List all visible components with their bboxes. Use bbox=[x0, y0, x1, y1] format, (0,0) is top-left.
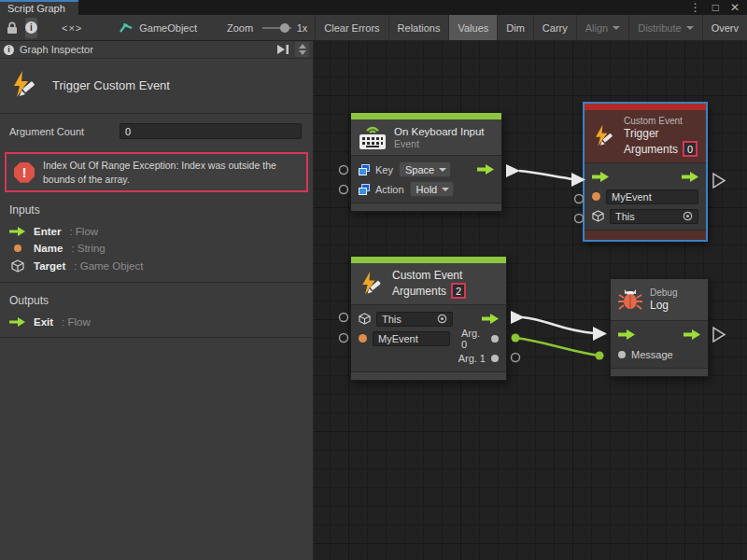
node-custom-event[interactable]: Custom Event Arguments 2 This bbox=[350, 256, 507, 381]
overview-button[interactable]: Overv bbox=[702, 15, 747, 40]
node-on-keyboard-input[interactable]: On Keyboard Input Event Key Space Acti bbox=[350, 112, 502, 212]
object-picker-icon[interactable] bbox=[437, 314, 447, 324]
tab-bar: Script Graph ⋮ □ ✕ bbox=[0, 0, 747, 15]
node-title: On Keyboard Input bbox=[394, 126, 485, 137]
custom-event-icon bbox=[592, 124, 616, 148]
input-port[interactable] bbox=[340, 314, 348, 322]
node-body: Message bbox=[611, 321, 708, 368]
arg1-output-port[interactable] bbox=[512, 354, 520, 362]
arg0-port[interactable] bbox=[491, 335, 499, 343]
distribute-button[interactable]: Distribute bbox=[628, 15, 701, 40]
port-type: : String bbox=[71, 243, 105, 254]
wire-dest-arrow bbox=[593, 327, 607, 341]
value-wire-dest-dot bbox=[596, 352, 604, 360]
input-name-row: Name : String bbox=[0, 240, 313, 257]
name-row: MyEvent Arg. 0 bbox=[351, 329, 506, 348]
key-value: Space bbox=[405, 164, 434, 175]
zoom-slider[interactable] bbox=[262, 21, 291, 35]
zoom-slider-knob[interactable] bbox=[280, 23, 289, 33]
values-button[interactable]: Values bbox=[448, 15, 497, 40]
input-port[interactable] bbox=[340, 334, 348, 343]
arguments-value-badge[interactable]: 0 bbox=[683, 141, 698, 157]
object-picker-icon[interactable] bbox=[683, 211, 693, 221]
dim-button[interactable]: Dim bbox=[497, 15, 533, 40]
clear-errors-button[interactable]: Clear Errors bbox=[315, 15, 388, 40]
align-button[interactable]: Align bbox=[576, 15, 628, 40]
arguments-label: Arguments bbox=[392, 285, 446, 298]
spinner-up-icon[interactable] bbox=[299, 40, 306, 49]
align-caret-icon bbox=[613, 26, 620, 34]
input-port[interactable] bbox=[340, 166, 348, 175]
node-title: Trigger bbox=[624, 127, 698, 140]
gameobject-reference[interactable]: GameObject bbox=[120, 22, 197, 34]
node-category: Debug bbox=[650, 287, 677, 298]
flow-in-port[interactable] bbox=[618, 329, 635, 340]
node-title: Log bbox=[650, 299, 677, 312]
arg1-port[interactable] bbox=[491, 355, 499, 362]
value-wire-source-dot bbox=[512, 334, 520, 343]
wire-source-arrow bbox=[506, 164, 520, 177]
error-banner: Index Out Of Range Exception: Index was … bbox=[5, 152, 308, 192]
spinner-down-icon[interactable] bbox=[299, 50, 306, 59]
wire-source-arrow bbox=[511, 311, 525, 324]
spinner-control[interactable] bbox=[295, 42, 309, 57]
event-name-field[interactable]: MyEvent bbox=[606, 189, 698, 204]
carry-button[interactable]: Carry bbox=[533, 15, 576, 40]
outputs-heading: Outputs bbox=[0, 283, 313, 314]
target-field[interactable]: This bbox=[610, 209, 698, 224]
close-icon[interactable]: ✕ bbox=[730, 1, 740, 14]
node-debug-log[interactable]: Debug Log Message bbox=[610, 278, 709, 377]
node-color-bar bbox=[351, 113, 501, 119]
node-title: Custom Event bbox=[392, 269, 466, 282]
argument-count-input[interactable] bbox=[120, 123, 302, 139]
tab-script-graph[interactable]: Script Graph bbox=[0, 0, 78, 15]
flow-out-port[interactable] bbox=[684, 329, 700, 340]
flow-out-port[interactable] bbox=[482, 314, 499, 324]
kebab-menu-icon[interactable]: ⋮ bbox=[690, 1, 701, 14]
code-icon[interactable]: <×> bbox=[62, 22, 82, 34]
zoom-label: Zoom bbox=[227, 22, 253, 34]
inspector-title-row: Trigger Custom Event bbox=[0, 59, 313, 113]
maximize-icon[interactable]: □ bbox=[712, 1, 719, 14]
flow-out-port[interactable] bbox=[682, 172, 698, 182]
argument-count-row: Argument Count bbox=[0, 114, 313, 147]
input-port[interactable] bbox=[340, 186, 348, 194]
name-row: MyEvent bbox=[585, 187, 706, 206]
main-split: Graph Inspector Trigger Custom Event Arg… bbox=[0, 41, 747, 560]
arg1-label: Arg. 1 bbox=[458, 353, 486, 364]
graph-canvas[interactable]: On Keyboard Input Event Key Space Acti bbox=[314, 41, 747, 560]
toolbar-buttons: Clear Errors Relations Values Dim Carry … bbox=[315, 15, 747, 40]
info-icon bbox=[4, 45, 14, 55]
string-port[interactable] bbox=[359, 334, 367, 343]
arguments-value-badge[interactable]: 2 bbox=[451, 283, 466, 299]
node-footer bbox=[351, 371, 506, 380]
event-name-field[interactable]: MyEvent bbox=[373, 331, 450, 346]
port-name: Name bbox=[34, 243, 63, 254]
string-port[interactable] bbox=[592, 192, 600, 201]
inspector-toggle-button[interactable] bbox=[25, 18, 37, 38]
lock-icon[interactable] bbox=[7, 21, 18, 35]
target-row: This bbox=[351, 309, 506, 329]
key-dropdown[interactable]: Space bbox=[399, 161, 451, 177]
port-name: Enter bbox=[34, 226, 61, 237]
action-dropdown[interactable]: Hold bbox=[410, 181, 455, 197]
key-row: Key Space bbox=[351, 160, 501, 179]
node-trigger-custom-event[interactable]: Custom Event Trigger Arguments 0 bbox=[583, 102, 708, 242]
flow-out-hint-triangle[interactable] bbox=[713, 328, 725, 342]
node-header: Custom Event Trigger Arguments 0 bbox=[585, 110, 706, 163]
info-icon bbox=[25, 21, 37, 34]
node-body: Key Space Action Hold bbox=[351, 156, 501, 203]
relations-button[interactable]: Relations bbox=[388, 15, 449, 40]
message-port[interactable] bbox=[618, 351, 626, 358]
flow-out-hint-triangle[interactable] bbox=[713, 174, 725, 188]
panel-toggle-icon[interactable] bbox=[276, 44, 289, 55]
target-field[interactable]: This bbox=[376, 312, 453, 327]
tab-spacer bbox=[78, 0, 690, 15]
flow-in-port[interactable] bbox=[592, 172, 609, 182]
node-error-bar bbox=[585, 104, 706, 110]
argument-count-label: Argument Count bbox=[9, 126, 112, 137]
node-subtitle: Event bbox=[394, 138, 485, 149]
port-type: : Flow bbox=[62, 316, 91, 328]
distribute-label: Distribute bbox=[638, 22, 681, 34]
flow-out-port[interactable] bbox=[477, 164, 494, 175]
